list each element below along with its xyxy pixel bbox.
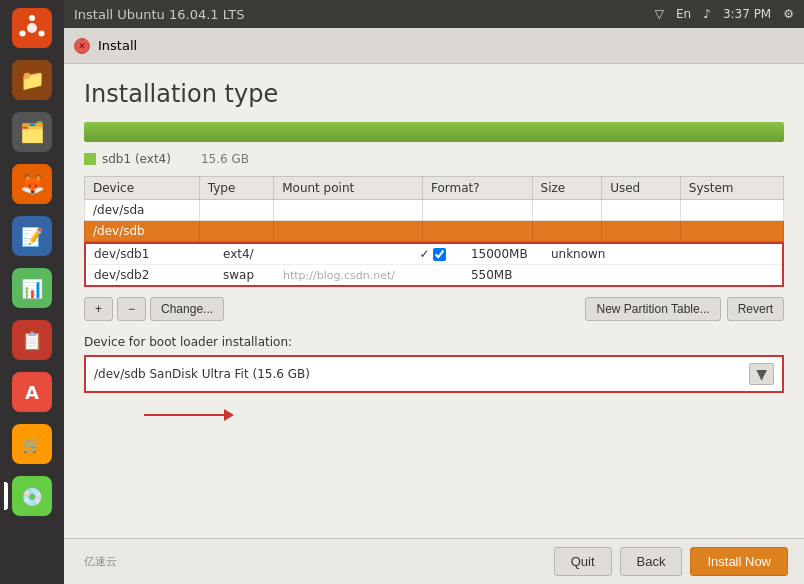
page-title: Installation type — [84, 80, 784, 108]
remove-partition-button[interactable]: − — [117, 297, 146, 321]
ubuntu-logo — [12, 8, 52, 48]
legend-color-sdb1 — [84, 153, 96, 165]
quit-button[interactable]: Quit — [554, 547, 612, 576]
volume-icon: ♪ — [703, 7, 711, 21]
arrow-head — [224, 409, 234, 421]
bootloader-select-container[interactable]: /dev/sdb SanDisk Ultra Fit (15.6 GB) ▼ — [84, 355, 784, 393]
toolbar-right: New Partition Table... Revert — [585, 297, 784, 321]
new-partition-table-button[interactable]: New Partition Table... — [585, 297, 720, 321]
sdb2-format — [403, 265, 463, 287]
col-format: Format? — [422, 177, 532, 200]
table-row-sdb2[interactable]: dev/sdb2 swap http://blog.csdn.net/ 550M… — [85, 265, 783, 287]
sda-system — [680, 200, 783, 221]
partition-table: Device Type Mount point Format? Size Use… — [84, 176, 784, 242]
arrow-annotation — [144, 409, 234, 421]
legend-label: sdb1 (ext4) — [102, 152, 171, 166]
partition-table-wrapper: Device Type Mount point Format? Size Use… — [84, 176, 784, 287]
partition-legend: sdb1 (ext4) 15.6 GB — [84, 152, 784, 166]
sdb2-mount: http://blog.csdn.net/ — [275, 265, 403, 287]
sdb1-used: unknown — [543, 243, 614, 265]
add-partition-button[interactable]: + — [84, 297, 113, 321]
window-titlebar: ✕ Install — [64, 28, 804, 64]
sda-format — [422, 200, 532, 221]
sda-type — [199, 200, 273, 221]
sdb-mount — [274, 221, 423, 242]
partition-bar — [84, 122, 784, 142]
sdb-size — [532, 221, 602, 242]
taskbar-install-icon[interactable]: 💿 — [8, 472, 56, 520]
sda-device: /dev/sda — [85, 200, 200, 221]
arrow-line — [144, 414, 224, 416]
content-area: Installation type sdb1 (ext4) 15.6 GB De… — [64, 64, 804, 538]
sdb1-mount — [275, 243, 403, 265]
revert-button[interactable]: Revert — [727, 297, 784, 321]
bootloader-select-value: /dev/sdb SanDisk Ultra Fit (15.6 GB) — [94, 367, 749, 381]
taskbar-files-icon[interactable]: 📁 — [8, 56, 56, 104]
close-button[interactable]: ✕ — [74, 38, 90, 54]
install-now-button[interactable]: Install Now — [690, 547, 788, 576]
table-row-sdb1[interactable]: dev/sdb1 ext4/ ✓ 15000MB unknown — [85, 243, 783, 265]
svg-point-2 — [29, 15, 35, 21]
table-row-sdb[interactable]: /dev/sdb — [85, 221, 784, 242]
back-button[interactable]: Back — [620, 547, 683, 576]
col-system: System — [680, 177, 783, 200]
sdb1-format-check: ✓ — [403, 243, 463, 265]
window-title: Install — [98, 38, 137, 53]
svg-point-4 — [39, 31, 45, 37]
sdb2-device: dev/sdb2 — [85, 265, 215, 287]
sdb2-system — [613, 265, 783, 287]
partition-toolbar: + − Change... New Partition Table... Rev… — [84, 297, 784, 321]
settings-icon[interactable]: ⚙ — [783, 7, 794, 21]
bootloader-dropdown-arrow[interactable]: ▼ — [749, 363, 774, 385]
installer-window: ✕ Install Installation type sdb1 (ext4) … — [64, 28, 804, 584]
sdb-used — [602, 221, 681, 242]
table-header-row: Device Type Mount point Format? Size Use… — [85, 177, 784, 200]
taskbar-writer-icon[interactable]: 📝 — [8, 212, 56, 260]
sdb1-format-checkbox[interactable] — [433, 248, 446, 261]
sub-partition-table: dev/sdb1 ext4/ ✓ 15000MB unknown — [84, 242, 784, 287]
sda-used — [602, 200, 681, 221]
taskbar-ubuntu-icon[interactable] — [8, 4, 56, 52]
partition-bar-fill — [84, 122, 784, 142]
sdb-type — [199, 221, 273, 242]
sdb2-type: swap — [215, 265, 275, 287]
sdb2-used — [543, 265, 614, 287]
window-title-bar: Install Ubuntu 16.04.1 LTS — [74, 7, 244, 22]
bootloader-section: /dev/sdb SanDisk Ultra Fit (15.6 GB) ▼ — [84, 355, 784, 393]
col-type: Type — [199, 177, 273, 200]
watermark-text: 亿速云 — [80, 554, 117, 569]
col-size: Size — [532, 177, 602, 200]
sda-mount — [274, 200, 423, 221]
sdb-system — [680, 221, 783, 242]
signal-icon: ▽ — [655, 7, 664, 21]
sdb1-type: ext4/ — [215, 243, 275, 265]
taskbar-calc-icon[interactable]: 📊 — [8, 264, 56, 312]
legend-size: 15.6 GB — [201, 152, 249, 166]
bottom-bar: 亿速云 Quit Back Install Now — [64, 538, 804, 584]
col-used: Used — [602, 177, 681, 200]
table-row-sda[interactable]: /dev/sda — [85, 200, 784, 221]
sdb1-system — [613, 243, 783, 265]
taskbar-impress-icon[interactable]: 📋 — [8, 316, 56, 364]
sdb1-device: dev/sdb1 — [85, 243, 215, 265]
taskbar-app2-icon[interactable]: 🗂️ — [8, 108, 56, 156]
col-mount: Mount point — [274, 177, 423, 200]
taskbar-font-icon[interactable]: A — [8, 368, 56, 416]
svg-point-3 — [20, 31, 26, 37]
sdb-format — [422, 221, 532, 242]
main-area: Install Ubuntu 16.04.1 LTS ▽ En ♪ 3:37 P… — [64, 0, 804, 584]
sdb2-size: 550MB — [463, 265, 543, 287]
col-device: Device — [85, 177, 200, 200]
taskbar: 📁 🗂️ 🦊 📝 📊 📋 A 🛒 — [0, 0, 64, 584]
taskbar-amazon-icon[interactable]: 🛒 — [8, 420, 56, 468]
sdb1-size: 15000MB — [463, 243, 543, 265]
lang-indicator: En — [676, 7, 691, 21]
top-bar: Install Ubuntu 16.04.1 LTS ▽ En ♪ 3:37 P… — [64, 0, 804, 28]
bootloader-label: Device for boot loader installation: — [84, 335, 784, 349]
sdb-device: /dev/sdb — [85, 221, 200, 242]
time-display: 3:37 PM — [723, 7, 771, 21]
top-bar-right: ▽ En ♪ 3:37 PM ⚙ — [655, 7, 794, 21]
taskbar-firefox-icon[interactable]: 🦊 — [8, 160, 56, 208]
change-partition-button[interactable]: Change... — [150, 297, 224, 321]
svg-point-1 — [27, 23, 37, 33]
